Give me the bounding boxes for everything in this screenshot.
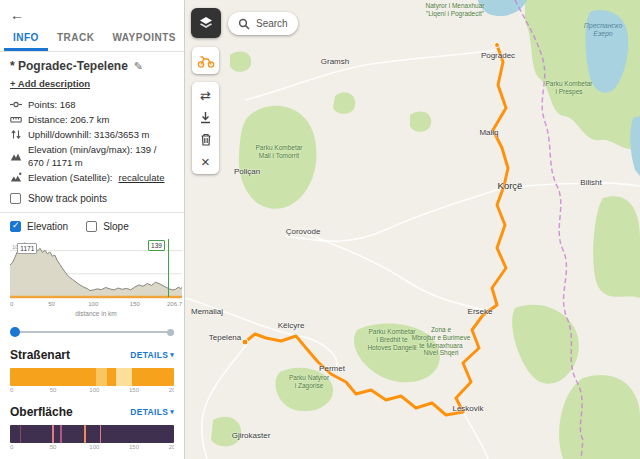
roadtype-bar bbox=[10, 368, 174, 386]
map-canvas[interactable]: PogradecGramshMaliqKorçëBilishtPoliçanÇo… bbox=[185, 0, 640, 459]
slider-start-handle[interactable] bbox=[10, 327, 20, 337]
recalculate-link[interactable]: recalculate bbox=[118, 171, 164, 184]
stat-satellite-prefix: Elevation (Satellite): bbox=[28, 171, 112, 184]
motorcycle-icon bbox=[197, 54, 215, 68]
route-profile-button[interactable] bbox=[192, 47, 219, 74]
stat-points: Points: 168 bbox=[10, 98, 174, 111]
bar-segment bbox=[86, 425, 100, 443]
trash-icon bbox=[200, 133, 212, 146]
route-start-marker[interactable] bbox=[495, 43, 500, 48]
slider-track bbox=[10, 331, 174, 333]
bar-segment bbox=[62, 425, 84, 443]
bar-segment bbox=[116, 368, 132, 386]
track-info-sidebar: ← INFO TRACK WAYPOINTS * Pogradec-Tepele… bbox=[0, 0, 185, 459]
svg-text:206.7: 206.7 bbox=[167, 301, 182, 307]
surface-bar-ticks: 050100150200 bbox=[10, 443, 174, 452]
search-icon bbox=[238, 18, 250, 30]
layers-icon bbox=[198, 15, 214, 31]
stat-elevation-text: Elevation (min/avg/max): 139 / 670 / 117… bbox=[28, 143, 174, 169]
distance-icon bbox=[10, 114, 22, 125]
slope-toggle-label: Slope bbox=[103, 221, 129, 232]
bar-segment bbox=[21, 425, 53, 443]
uphill-downhill-icon bbox=[10, 129, 22, 140]
show-track-points-checkbox[interactable] bbox=[10, 193, 21, 204]
divider bbox=[0, 212, 184, 213]
track-range-slider[interactable] bbox=[10, 325, 174, 338]
park-areas bbox=[211, 0, 640, 459]
surface-section-title: Oberfläche bbox=[10, 405, 73, 419]
slope-checkbox[interactable] bbox=[86, 221, 97, 232]
svg-text:0: 0 bbox=[10, 301, 14, 307]
roadtype-section-title: Straßenart bbox=[10, 348, 70, 362]
reverse-icon: ⇄ bbox=[200, 89, 211, 102]
route-end-marker[interactable] bbox=[242, 339, 248, 345]
sidebar-tabs: INFO TRACK WAYPOINTS bbox=[0, 25, 184, 52]
delete-button[interactable] bbox=[192, 128, 219, 150]
elevation-icon bbox=[10, 151, 22, 162]
edit-title-icon[interactable]: ✎ bbox=[134, 60, 143, 73]
svg-text:100: 100 bbox=[88, 301, 99, 307]
surface-details-button[interactable]: DETAILS▾ bbox=[130, 407, 174, 417]
chevron-down-icon: ▾ bbox=[170, 351, 174, 359]
bar-segment bbox=[101, 425, 174, 443]
search-label: Search bbox=[256, 18, 288, 29]
map-layers-button[interactable] bbox=[191, 8, 221, 38]
app-window: ← INFO TRACK WAYPOINTS * Pogradec-Tepele… bbox=[0, 0, 640, 459]
bar-segment bbox=[107, 368, 117, 386]
chart-marker: 139 bbox=[148, 240, 165, 251]
stat-points-text: Points: 168 bbox=[28, 98, 76, 111]
roadtype-details-button[interactable]: DETAILS▾ bbox=[130, 350, 174, 360]
slider-end-handle[interactable] bbox=[167, 329, 174, 336]
elevation-chart[interactable]: 500 m1000 m 050100150206.7 distance in k… bbox=[10, 239, 182, 319]
svg-text:150: 150 bbox=[130, 301, 141, 307]
roadtype-bar-ticks: 050100150200 bbox=[10, 386, 174, 395]
chart-x-label: distance in km bbox=[75, 310, 117, 317]
chart-marker: 1171 bbox=[17, 243, 37, 254]
show-track-points-label: Show track points bbox=[28, 193, 107, 204]
satellite-elevation-icon bbox=[10, 172, 22, 183]
bar-segment bbox=[10, 425, 20, 443]
bar-segment bbox=[132, 368, 174, 386]
info-panel: * Pogradec-Tepelene ✎ + Add description … bbox=[0, 52, 184, 459]
download-icon bbox=[199, 111, 212, 124]
add-description-link[interactable]: + Add description bbox=[10, 78, 90, 89]
tab-info[interactable]: INFO bbox=[4, 25, 48, 51]
bar-segment bbox=[96, 368, 107, 386]
chart-x-ticks: 050100150206.7 bbox=[10, 301, 182, 307]
tab-track[interactable]: TRACK bbox=[48, 25, 104, 51]
edit-toolbar: ⇄ × bbox=[192, 82, 219, 174]
svg-text:50: 50 bbox=[48, 301, 55, 307]
reverse-route-button[interactable]: ⇄ bbox=[192, 84, 219, 106]
bar-segment bbox=[10, 368, 96, 386]
stat-elevation-satellite: Elevation (Satellite): recalculate bbox=[10, 171, 174, 184]
chevron-down-icon: ▾ bbox=[170, 408, 174, 416]
chart-markers: 1171139 bbox=[10, 239, 182, 297]
surface-bar bbox=[10, 425, 174, 443]
stat-elevation: Elevation (min/avg/max): 139 / 670 / 117… bbox=[10, 143, 174, 169]
stat-updown: Uphill/downhill: 3136/3653 m bbox=[10, 128, 174, 141]
stat-distance: Distance: 206.7 km bbox=[10, 113, 174, 126]
download-button[interactable] bbox=[192, 106, 219, 128]
close-button[interactable]: × bbox=[192, 150, 219, 172]
search-box[interactable]: Search bbox=[228, 12, 298, 35]
points-icon bbox=[10, 99, 22, 110]
close-icon: × bbox=[201, 154, 210, 169]
stat-distance-text: Distance: 206.7 km bbox=[28, 113, 109, 126]
back-button[interactable]: ← bbox=[10, 8, 24, 22]
elevation-toggle-label: Elevation bbox=[27, 221, 68, 232]
tab-waypoints[interactable]: WAYPOINTS bbox=[103, 25, 185, 51]
elevation-checkbox[interactable] bbox=[10, 221, 21, 232]
track-title: * Pogradec-Tepelene bbox=[10, 59, 128, 73]
stat-updown-text: Uphill/downhill: 3136/3653 m bbox=[28, 128, 149, 141]
map-base-layer bbox=[185, 0, 640, 459]
